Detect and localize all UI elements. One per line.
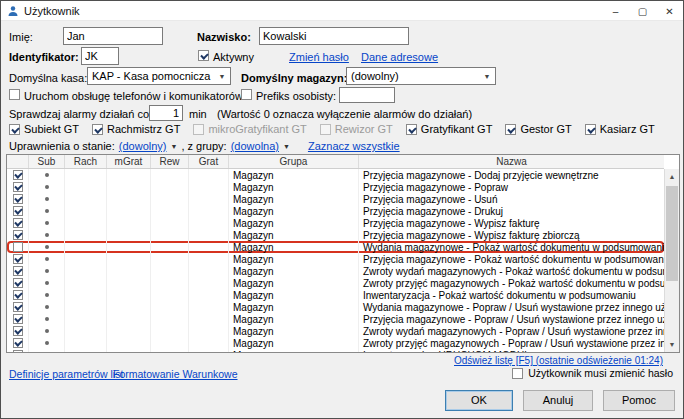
table-row[interactable]: MagazynPrzyjęcia magazynowe - Drukuj	[7, 205, 664, 217]
table-row[interactable]: MagazynPrzyjęcia magazynowe - Popraw	[7, 181, 664, 193]
cancel-button[interactable]: Anuluj	[523, 390, 593, 411]
change-password-link[interactable]: Zmień hasło	[289, 51, 349, 63]
mgrat-cell	[107, 217, 151, 229]
list-parameters-link[interactable]: Definicje parametrów list	[9, 368, 123, 380]
table-row[interactable]: MagazynZwroty przyjęć magazynowych - Pok…	[7, 277, 664, 289]
scroll-thumb[interactable]	[666, 186, 678, 281]
header-rach[interactable]: Rach	[65, 155, 107, 168]
table-row[interactable]: MagazynInwentaryzacja - Pokaż wartość do…	[7, 289, 664, 301]
table-row[interactable]: MagazynZwroty przyjęć magazynowych - Pop…	[7, 337, 664, 349]
sub-dot-icon	[45, 269, 49, 273]
scroll-down-button[interactable]: ▼	[665, 337, 679, 352]
table-row[interactable]: MagazynPrzyjęcia magazynowe - Usuń	[7, 193, 664, 205]
mgrat-cell	[107, 253, 151, 265]
permission-checkbox[interactable]	[13, 182, 23, 192]
table-row[interactable]: MagazynPrzyjęcia magazynowe - Wypisz fak…	[7, 217, 664, 229]
scroll-up-button[interactable]: ▲	[665, 169, 679, 184]
minimize-button[interactable]: –	[602, 1, 629, 21]
permission-checkbox[interactable]	[13, 314, 23, 324]
permissions-table: Sub Rach mGrat Rew Grat Grupa Nazwa Maga…	[6, 154, 680, 353]
product-label: Gratyfikant GT	[421, 123, 493, 135]
nazwa-cell: Zwroty przyjęć magazynowych - Popraw / U…	[359, 337, 664, 349]
permission-checkbox[interactable]	[13, 326, 23, 336]
address-data-link[interactable]: Dane adresowe	[361, 51, 438, 63]
product-checkbox-item[interactable]: Rewizor GT	[320, 123, 393, 135]
product-checkbox-item[interactable]: Gratyfikant GT	[406, 123, 493, 135]
last-name-input[interactable]	[259, 27, 409, 45]
refresh-list-link[interactable]: Odśwież listę [F5] (ostatnie odświeżenie…	[454, 355, 663, 366]
permission-checkbox[interactable]	[13, 218, 23, 228]
table-row[interactable]: MagazynZwroty wydań magazynowych - Popra…	[7, 325, 664, 337]
personal-prefix-checkbox[interactable]	[241, 89, 252, 100]
row-checkbox-cell	[7, 277, 29, 289]
permission-checkbox[interactable]	[13, 290, 23, 300]
default-cash-select[interactable]: KAP - Kasa pomocnicza ▼	[87, 67, 231, 85]
product-checkbox-item[interactable]: Rachmistrz GT	[92, 123, 180, 135]
permission-checkbox[interactable]	[13, 350, 23, 353]
header-mgrat[interactable]: mGrat	[107, 155, 151, 168]
default-warehouse-select[interactable]: (dowolny) ▼	[346, 67, 496, 85]
permission-checkbox[interactable]	[13, 302, 23, 312]
first-name-input[interactable]	[63, 27, 163, 45]
grat-cell	[189, 253, 229, 265]
scroll-track[interactable]	[665, 184, 679, 337]
rach-cell	[65, 253, 107, 265]
permission-checkbox[interactable]	[13, 338, 23, 348]
active-checkbox[interactable]	[198, 50, 209, 61]
header-rew[interactable]: Rew	[151, 155, 189, 168]
close-button[interactable]: ✕	[656, 1, 683, 21]
table-row[interactable]: MagazynPrzyjęcia magazynowe - Wypisz fak…	[7, 229, 664, 241]
table-row[interactable]: MagazynZwroty wydań magazynowych - Pokaż…	[7, 265, 664, 277]
grupa-cell: Magazyn	[229, 325, 359, 337]
default-warehouse-label: Domyślny magazyn:	[241, 72, 347, 84]
row-checkbox-cell	[7, 193, 29, 205]
table-row[interactable]: MagazynWydania magazynowe - Pokaż wartoś…	[7, 241, 664, 253]
table-row[interactable]: MagazynPrzyjęcia magazynowe - Popraw / U…	[7, 313, 664, 325]
identifier-input[interactable]	[81, 47, 119, 65]
maximize-button[interactable]: ▢	[629, 1, 656, 21]
header-nazwa[interactable]: Nazwa	[359, 155, 664, 168]
permission-checkbox[interactable]	[13, 230, 23, 240]
permission-checkbox[interactable]	[13, 254, 23, 264]
permission-checkbox[interactable]	[13, 206, 23, 216]
mgrat-cell	[107, 277, 151, 289]
header-grupa[interactable]: Grupa	[229, 155, 359, 168]
header-checkbox-column	[7, 155, 29, 168]
must-change-password-checkbox[interactable]	[512, 368, 523, 379]
header-grat[interactable]: Grat	[189, 155, 229, 168]
rach-cell	[65, 217, 107, 229]
nazwa-cell: Przyjęcia magazynowe - Dodaj przyjęcie w…	[359, 169, 664, 181]
header-sub[interactable]: Sub	[29, 155, 65, 168]
ok-button[interactable]: OK	[445, 390, 513, 411]
group-filter-dropdown[interactable]: (dowolna)	[231, 140, 279, 152]
product-checkbox-item[interactable]: Gestor GT	[505, 123, 571, 135]
permission-checkbox[interactable]	[13, 170, 23, 180]
grat-cell	[189, 181, 229, 193]
phone-service-checkbox[interactable]	[9, 89, 20, 100]
permission-checkbox[interactable]	[13, 242, 23, 252]
permission-checkbox[interactable]	[13, 278, 23, 288]
table-row[interactable]: MagazynWydania magazynowe - Popraw / Usu…	[7, 301, 664, 313]
state-filter-dropdown[interactable]: (dowolny)	[119, 140, 167, 152]
rach-cell	[65, 205, 107, 217]
mgrat-cell	[107, 229, 151, 241]
table-row[interactable]: MagazynInwentaryzacja - URUCHOM MODUŁ	[7, 349, 664, 353]
rew-cell	[151, 193, 189, 205]
conditional-formatting-link[interactable]: Formatowanie Warunkowe	[113, 368, 238, 380]
sub-cell	[29, 205, 65, 217]
help-button[interactable]: Pomoc	[603, 390, 675, 411]
select-all-link[interactable]: Zaznacz wszystkie	[308, 140, 400, 152]
alarm-interval-input[interactable]	[149, 105, 183, 121]
permission-checkbox[interactable]	[13, 266, 23, 276]
product-checkbox-item[interactable]: Kasiarz GT	[585, 123, 655, 135]
table-row[interactable]: MagazynPrzyjęcia magazynowe - Dodaj przy…	[7, 169, 664, 181]
personal-prefix-input[interactable]	[339, 87, 395, 103]
chevron-down-icon: ▼	[214, 73, 230, 80]
vertical-scrollbar[interactable]: ▲ ▼	[664, 169, 679, 352]
product-label: Gestor GT	[520, 123, 571, 135]
table-row[interactable]: MagazynPrzyjęcia magazynowe - Pokaż wart…	[7, 253, 664, 265]
product-checkbox-item[interactable]: mikroGratyfikant GT	[193, 123, 306, 135]
permission-checkbox[interactable]	[13, 194, 23, 204]
row-checkbox-cell	[7, 301, 29, 313]
product-checkbox-item[interactable]: Subiekt GT	[9, 123, 79, 135]
